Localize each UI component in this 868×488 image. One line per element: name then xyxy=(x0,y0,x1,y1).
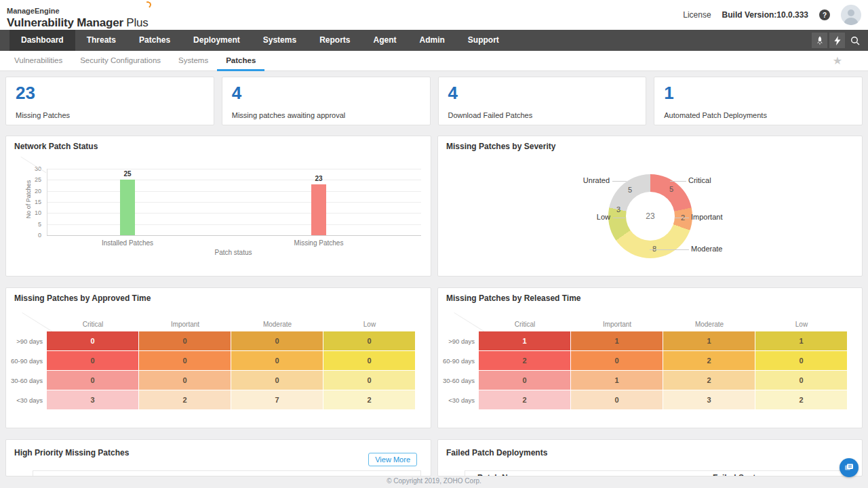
stats-row: 23Missing Patches4Missing patches awaiti… xyxy=(5,77,863,125)
bar-installed-patches[interactable] xyxy=(120,180,135,235)
user-avatar[interactable] xyxy=(841,5,861,25)
heatmap-cell[interactable]: 0 xyxy=(47,351,138,370)
help-icon[interactable]: ? xyxy=(819,9,830,20)
top-header: ManageEngine Vulnerability Manager Plus … xyxy=(0,0,868,30)
heatmap-cell[interactable]: 0 xyxy=(479,371,570,390)
severity-donut-chart: 235Critical2Important8Moderate3Low5Unrat… xyxy=(438,136,863,277)
nav-item-agent[interactable]: Agent xyxy=(361,30,408,51)
network-patch-status-chart: 05101520253025Installed Patches23Missing… xyxy=(6,136,432,277)
heatmap-cell[interactable]: 0 xyxy=(755,371,847,390)
heatmap-cell[interactable]: 0 xyxy=(323,351,415,370)
stat-label: Automated Patch Deployments xyxy=(664,111,767,119)
stat-card-missing-patches[interactable]: 23Missing Patches xyxy=(5,77,214,125)
heatmap-cell[interactable]: 0 xyxy=(231,371,323,390)
heatmap-cell[interactable]: 2 xyxy=(479,351,570,370)
nav-item-threats[interactable]: Threats xyxy=(75,30,127,51)
subnav-item-systems[interactable]: Systems xyxy=(170,51,217,71)
stat-value: 23 xyxy=(16,83,204,103)
dashboard-page: ManageEngine Vulnerability Manager Plus … xyxy=(0,0,868,488)
network-patch-status-card: Network Patch Status 05101520253025Insta… xyxy=(5,136,431,277)
heatmap-cell[interactable]: 0 xyxy=(755,351,847,370)
slice-value-critical: 5 xyxy=(669,185,673,193)
slice-value-unrated: 5 xyxy=(628,186,632,194)
released-time-card: Missing Patches by Released Time Critica… xyxy=(437,287,863,428)
heatmap-cell[interactable]: 0 xyxy=(231,331,323,350)
manageengine-logo-text: ManageEngine xyxy=(7,7,60,15)
slice-label-low: Low xyxy=(597,213,610,221)
heatmap-cell[interactable]: 0 xyxy=(47,371,138,390)
slice-value-low: 3 xyxy=(616,205,620,214)
donut-total: 23 xyxy=(626,192,675,241)
approved-time-heatmap: CriticalImportantModerateLow>90 days0000… xyxy=(6,288,432,429)
nav-item-deployment[interactable]: Deployment xyxy=(182,30,252,51)
heatmap-cell[interactable]: 1 xyxy=(663,331,755,350)
heatmap-cell[interactable]: 2 xyxy=(479,390,570,409)
view-more-button[interactable]: View More xyxy=(368,453,417,466)
card-title: High Priority Missing Patches xyxy=(14,448,129,458)
heatmap-cell[interactable]: 0 xyxy=(323,331,415,350)
severity-donut[interactable]: 23 xyxy=(608,174,692,258)
stat-value: 1 xyxy=(664,83,852,103)
column-header-failed-systems: Failed Syste xyxy=(713,473,760,476)
heatmap-cell[interactable]: 3 xyxy=(47,390,138,409)
nav-item-systems[interactable]: Systems xyxy=(252,30,308,51)
slice-label-important: Important xyxy=(691,213,722,221)
nav-item-admin[interactable]: Admin xyxy=(408,30,456,51)
slice-value-moderate: 8 xyxy=(652,245,656,253)
stat-card-missing-patches-awaiting-approval[interactable]: 4Missing patches awaiting approval xyxy=(222,77,431,125)
heatmap-cell[interactable]: 2 xyxy=(663,351,755,370)
heatmap-cell[interactable]: 1 xyxy=(479,331,570,350)
sub-nav: VulnerabilitiesSecurity ConfigurationsSy… xyxy=(0,51,868,71)
product-name: Vulnerability Manager Plus xyxy=(7,16,149,30)
heatmap-cell[interactable]: 0 xyxy=(139,331,231,350)
subnav-items: VulnerabilitiesSecurity ConfigurationsSy… xyxy=(0,51,868,71)
heatmap-cell[interactable]: 1 xyxy=(571,331,663,350)
rocket-icon[interactable] xyxy=(812,33,827,48)
heatmap-cell[interactable]: 0 xyxy=(231,351,323,370)
subnav-item-security-configurations[interactable]: Security Configurations xyxy=(71,51,170,71)
heatmap-cell[interactable]: 3 xyxy=(663,390,755,409)
subnav-item-vulnerabilities[interactable]: Vulnerabilities xyxy=(5,51,71,71)
nav-items: DashboardThreatsPatchesDeploymentSystems… xyxy=(0,30,868,51)
heatmap-cell[interactable]: 2 xyxy=(755,390,847,409)
stat-label: Download Failed Patches xyxy=(448,111,533,119)
stat-label: Missing patches awaiting approval xyxy=(232,111,346,119)
subnav-item-patches[interactable]: Patches xyxy=(217,51,264,71)
app-logo[interactable]: ManageEngine Vulnerability Manager Plus xyxy=(7,4,149,30)
slice-label-critical: Critical xyxy=(688,176,711,184)
heatmap-cell[interactable]: 0 xyxy=(47,331,138,350)
stat-card-download-failed-patches[interactable]: 4Download Failed Patches xyxy=(438,77,647,125)
approved-time-card: Missing Patches by Approved Time Critica… xyxy=(5,287,431,428)
heatmap-cell[interactable]: 0 xyxy=(571,390,663,409)
failed-patch-deployments-card: Failed Patch Deployments Patch Name Fail… xyxy=(437,439,863,476)
released-time-heatmap: CriticalImportantModerateLow>90 days1111… xyxy=(438,288,863,429)
heatmap-cell[interactable]: 7 xyxy=(231,390,323,409)
heatmap-cell[interactable]: 1 xyxy=(755,331,847,350)
nav-item-support[interactable]: Support xyxy=(456,30,511,51)
lightning-icon[interactable] xyxy=(829,33,845,48)
heatmap-cell[interactable]: 2 xyxy=(139,390,231,409)
stat-card-automated-patch-deployments[interactable]: 1Automated Patch Deployments xyxy=(654,77,863,125)
stat-value: 4 xyxy=(232,83,420,103)
missing-patches-severity-card: Missing Patches by Severity 235Critical2… xyxy=(437,136,863,277)
logo-swoosh-icon xyxy=(143,1,152,9)
nav-item-patches[interactable]: Patches xyxy=(127,30,182,51)
heatmap-cell[interactable]: 0 xyxy=(139,371,231,390)
heatmap-cell[interactable]: 0 xyxy=(139,351,231,370)
nav-item-reports[interactable]: Reports xyxy=(308,30,361,51)
heatmap-cell[interactable]: 2 xyxy=(323,390,415,409)
card-title: Failed Patch Deployments xyxy=(446,448,547,458)
nav-item-dashboard[interactable]: Dashboard xyxy=(9,30,75,51)
chat-icon[interactable] xyxy=(840,458,859,477)
stat-value: 4 xyxy=(448,83,637,103)
bar-missing-patches[interactable] xyxy=(311,184,326,235)
heatmap-cell[interactable]: 2 xyxy=(663,371,755,390)
heatmap-cell[interactable]: 0 xyxy=(323,371,415,390)
heatmap-cell[interactable]: 0 xyxy=(571,351,663,370)
search-icon[interactable] xyxy=(847,33,863,48)
stat-label: Missing Patches xyxy=(16,111,70,119)
heatmap-cell[interactable]: 1 xyxy=(571,371,663,390)
favorite-star-icon[interactable]: ★ xyxy=(833,54,842,67)
high-priority-table xyxy=(33,470,421,476)
license-link[interactable]: License xyxy=(683,10,711,20)
